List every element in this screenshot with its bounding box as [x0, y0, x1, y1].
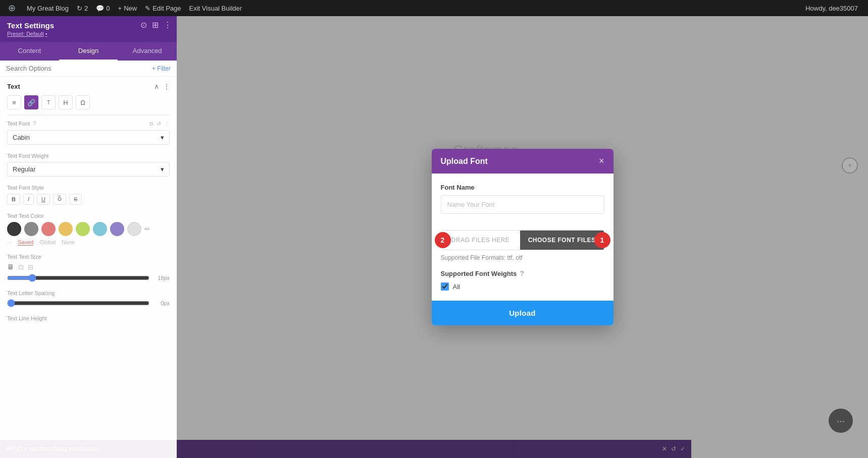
- link-btn[interactable]: 🔗: [24, 95, 38, 109]
- sidebar-search-bar: + Filter: [0, 61, 177, 77]
- search-input[interactable]: [6, 65, 152, 72]
- copy-icon[interactable]: ⧉: [149, 121, 154, 127]
- canvas-area: Craftsman + Upload Font × Font Name 2: [177, 16, 868, 458]
- color-swatch-green[interactable]: [76, 222, 90, 236]
- all-weights-checkbox-row: All: [441, 282, 604, 291]
- italic-btn[interactable]: I: [23, 194, 34, 205]
- tablet-icon[interactable]: ⊡: [18, 263, 24, 271]
- underline-btn[interactable]: U: [37, 194, 50, 205]
- more-font-icon[interactable]: ⋮: [164, 121, 170, 127]
- collapse-icon[interactable]: ∧: [154, 83, 159, 90]
- special-btn[interactable]: Ω: [76, 95, 90, 109]
- choose-font-files-button[interactable]: CHOOSE FONT FILES: [520, 231, 604, 250]
- text-size-slider-row: 18px: [7, 274, 170, 282]
- letter-spacing-slider[interactable]: [7, 299, 149, 307]
- supported-formats-text: Supported File Formats: ttf, otf: [441, 254, 604, 261]
- reset-icon[interactable]: ↺: [157, 121, 161, 127]
- color-saved-tab[interactable]: Saved: [18, 239, 33, 246]
- color-swatch-dark[interactable]: [7, 222, 21, 236]
- font-name-field-label: Font Name: [441, 184, 604, 191]
- visibility-icon[interactable]: ⊙: [140, 20, 147, 30]
- blog-name-link[interactable]: My Great Blog: [23, 0, 73, 16]
- chevron-down-icon: ▾: [161, 134, 164, 141]
- modal-overlay[interactable]: Upload Font × Font Name 2 DRAG FILES HER…: [177, 16, 868, 458]
- text-size-slider[interactable]: [7, 274, 149, 282]
- font-weight-label: Text Font Weight: [7, 153, 170, 159]
- align-left-btn[interactable]: ≡: [7, 95, 21, 109]
- modal-close-button[interactable]: ×: [599, 156, 604, 166]
- color-global-tab[interactable]: Global: [39, 239, 56, 246]
- modal-header: Upload Font ×: [432, 149, 614, 174]
- mobile-icon[interactable]: ⊟: [28, 263, 33, 271]
- color-swatch-light[interactable]: [127, 222, 141, 236]
- more-icon[interactable]: ⋮: [164, 20, 172, 30]
- text-size-label: Text Text Size: [7, 254, 170, 260]
- howdy-text: Howdy, dee35007: [805, 5, 863, 12]
- sidebar-preset: Preset: Default •: [7, 31, 170, 37]
- color-brush-icon[interactable]: ✏: [144, 225, 150, 233]
- color-none-tab[interactable]: None: [62, 239, 75, 246]
- color-swatch-blue[interactable]: [93, 222, 107, 236]
- sidebar-tabs: Content Design Advanced: [0, 42, 177, 61]
- sidebar-header: Text Settings Preset: Default • ⊙ ⊞ ⋮: [0, 16, 177, 42]
- text-section-title: Text ∧ ⋮: [7, 83, 170, 90]
- desktop-icon[interactable]: 🖥: [7, 263, 14, 271]
- color-swatches: ✏: [7, 222, 170, 236]
- step-2-badge: 2: [435, 232, 451, 248]
- strikethrough-btn[interactable]: S: [69, 194, 82, 205]
- font-action-icons: ⧉ ↺ ⋮: [149, 121, 170, 127]
- duplicate-icon[interactable]: ⊞: [152, 20, 159, 30]
- filter-button[interactable]: + Filter: [152, 65, 171, 72]
- text-font-label: Text Font ? ⧉ ↺ ⋮: [7, 120, 170, 127]
- heading-btn[interactable]: H: [59, 95, 73, 109]
- wp-admin-bar: ⊕ My Great Blog ↻ 2 💬 0 + New ✎ Edit Pag…: [0, 0, 868, 16]
- tab-design[interactable]: Design: [59, 42, 118, 61]
- revisions-link[interactable]: ↻ 2: [73, 0, 92, 16]
- comments-link[interactable]: 💬 0: [92, 0, 114, 16]
- color-swatch-gray[interactable]: [24, 222, 38, 236]
- font-select-dropdown[interactable]: Cabin ▾: [7, 130, 170, 145]
- font-style-label: Text Font Style: [7, 185, 170, 191]
- new-link[interactable]: + New: [114, 0, 141, 16]
- color-swatch-pink[interactable]: [41, 222, 56, 236]
- letter-spacing-slider-row: 0px: [7, 299, 170, 307]
- font-name-input[interactable]: [441, 195, 604, 214]
- all-weights-checkbox[interactable]: [441, 282, 449, 291]
- upload-button[interactable]: Upload: [432, 301, 614, 325]
- edit-page-link[interactable]: ✎ Edit Page: [141, 0, 185, 16]
- sidebar-content: Text ∧ ⋮ ≡ 🔗 T H Ω Text Font ?: [0, 77, 177, 458]
- tab-content[interactable]: Content: [0, 42, 59, 61]
- line-height-option: Text Line Height: [7, 315, 170, 321]
- color-swatch-yellow[interactable]: [59, 222, 73, 236]
- text-color-label: Text Text Color: [7, 213, 170, 219]
- color-dots-tab[interactable]: ···: [7, 239, 12, 246]
- pencil-icon: ✎: [145, 5, 150, 12]
- sidebar: Text Settings Preset: Default • ⊙ ⊞ ⋮ Co…: [0, 16, 177, 458]
- revisions-icon: ↻: [77, 5, 82, 12]
- section-more-icon[interactable]: ⋮: [163, 83, 170, 90]
- size-sm-btn[interactable]: T: [41, 95, 56, 109]
- color-swatch-purple[interactable]: [110, 222, 124, 236]
- wp-logo-icon[interactable]: ⊕: [5, 3, 19, 14]
- text-size-value: 18px: [155, 275, 170, 281]
- sidebar-header-icons: ⊙ ⊞ ⋮: [140, 20, 172, 30]
- font-weights-label: Supported Font Weights ?: [441, 269, 604, 277]
- color-subtabs: ··· Saved Global None: [7, 239, 170, 246]
- letter-spacing-label: Text Letter Spacing: [7, 290, 170, 296]
- exit-builder-label: Exit Visual Builder: [189, 5, 242, 12]
- weight-chevron-icon: ▾: [161, 165, 164, 173]
- text-size-option: Text Text Size 🖥 ⊡ ⊟ 18px: [7, 254, 170, 282]
- font-help-icon[interactable]: ?: [33, 120, 36, 127]
- drag-files-area: DRAG FILES HERE: [441, 231, 520, 250]
- font-weight-dropdown[interactable]: Regular ▾: [7, 162, 170, 177]
- tab-advanced[interactable]: Advanced: [118, 42, 177, 61]
- overline-btn[interactable]: O̅: [53, 194, 66, 205]
- blog-name-text: My Great Blog: [27, 5, 69, 12]
- exit-builder-link[interactable]: Exit Visual Builder: [185, 0, 246, 16]
- new-label: New: [124, 5, 137, 12]
- main-layout: Text Settings Preset: Default • ⊙ ⊞ ⋮ Co…: [0, 16, 868, 458]
- weights-help-icon[interactable]: ?: [520, 269, 524, 277]
- text-font-option: Text Font ? ⧉ ↺ ⋮ Cabin ▾: [7, 120, 170, 145]
- bold-btn[interactable]: B: [7, 194, 20, 205]
- line-height-label: Text Line Height: [7, 315, 170, 321]
